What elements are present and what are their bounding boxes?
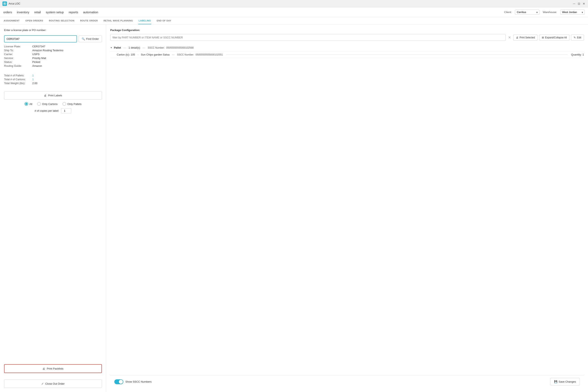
total-weight-label: Total Weight (lbs): [4, 82, 30, 85]
service-value: Priority Mail [32, 56, 102, 60]
package-config-label: Package Configuration: [110, 28, 584, 32]
total-cartons-value[interactable]: 1 [32, 78, 102, 81]
nav-orders[interactable]: orders [3, 10, 12, 14]
close-out-order-button[interactable]: ✓ Close Out Order [4, 380, 102, 388]
pallet-sscc-value: 05055555555000102568 [166, 46, 193, 49]
totals-grid: Total # of Pallets: 1 Total # of Cartons… [4, 74, 102, 85]
right-panel: Package Configuration: ✕ 🖨 Print Selecte… [106, 24, 588, 392]
nav-reports[interactable]: reports [68, 10, 78, 14]
sub-nav: ASSIGNMENT OPEN ORDERS ROUTING SELECTION… [0, 17, 588, 24]
ship-to-label: Ship To: [4, 49, 30, 52]
pallet-detail-count: 1 detail(s) [128, 46, 140, 49]
subnav-retail-wave-planning[interactable]: RETAIL WAVE PLANNING [103, 17, 133, 24]
print-selected-button[interactable]: 🖨 Print Selected [513, 34, 538, 41]
spacer [4, 116, 102, 362]
expand-collapse-button[interactable]: ⊞ Expand/Collapse All [539, 34, 570, 41]
carton-name: Sun Chips garden Salsa [141, 53, 170, 56]
save-changes-button[interactable]: 💾 Save Changes [550, 378, 580, 386]
lp-input[interactable] [4, 35, 77, 42]
subnav-open-orders[interactable]: OPEN ORDERS [25, 17, 44, 24]
copies-row: # of copies per label: [4, 108, 102, 113]
warehouse-label: Warehouse: [543, 10, 557, 14]
license-plate-label: License Plate: [4, 45, 30, 48]
package-tree: ▼ Pallet — 1 detail(s) — SSCC Number: 05… [110, 44, 584, 375]
service-label: Service: [4, 56, 30, 60]
pallet-sep2: — [143, 46, 145, 49]
pallet-label: Pallet [114, 46, 121, 49]
license-plate-value: CER37347 [32, 45, 102, 48]
edit-button[interactable]: ✎ Edit [571, 34, 584, 41]
filter-row: ✕ 🖨 Print Selected ⊞ Expand/Collapse All… [110, 34, 584, 41]
print-packlists-icon: 🖨 [42, 367, 45, 370]
radio-all-circle [24, 102, 28, 106]
close-button[interactable]: ✕ [582, 2, 586, 5]
carton-sscc-value: 05055555555000102551 [196, 53, 223, 56]
total-pallets-label: Total # of Pallets: [4, 74, 30, 77]
status-label: Status: [4, 60, 30, 64]
subnav-end-of-day[interactable]: END OF DAY [156, 17, 172, 24]
subnav-routing-selection[interactable]: ROUTING SELECTION [48, 17, 75, 24]
nav-inventory[interactable]: inventory [17, 10, 30, 14]
app-title: Arca LOC [8, 2, 20, 5]
edit-icon: ✎ [574, 36, 576, 39]
total-pallets-value[interactable]: 1 [32, 74, 102, 77]
print-selected-icon: 🖨 [516, 36, 518, 39]
maximize-button[interactable]: ⊡ [578, 2, 581, 5]
print-packlists-button[interactable]: 🖨 Print Packlists [4, 364, 102, 373]
carrier-label: Carrier: [4, 53, 30, 56]
radio-only-cartons-circle [37, 102, 41, 106]
subnav-assignment[interactable]: ASSIGNMENT [3, 17, 20, 24]
warehouse-select[interactable]: West Jordan [560, 10, 585, 15]
find-order-button[interactable]: 🔍 Find Order [78, 36, 102, 42]
nav-right: Client: Cerritus Warehouse: West Jordan [504, 10, 585, 15]
main-content: Enter a license plate or PO number: 🔍 Fi… [0, 24, 588, 392]
pallet-sep1: — [124, 46, 126, 49]
title-bar-left: Arca LOC [2, 2, 20, 6]
radio-only-cartons[interactable]: Only Cartons [37, 102, 58, 106]
client-select[interactable]: Cerritus [515, 10, 540, 15]
show-sscc-toggle[interactable] [114, 379, 123, 384]
check-icon: ✓ [42, 382, 44, 385]
minimize-button[interactable]: ─ [572, 2, 576, 5]
carton-quantity: Quantity: 1 [571, 53, 584, 56]
radio-all[interactable]: All [24, 102, 32, 106]
main-nav: orders inventory retail system setup rep… [0, 7, 588, 17]
carton-separator-line [226, 54, 568, 55]
carton-id-label: Carton (ic): 105 [117, 53, 135, 56]
pallet-sscc-label: SSCC Number: [148, 46, 165, 49]
total-cartons-label: Total # of Cartons: [4, 78, 30, 81]
clear-filter-button[interactable]: ✕ [507, 36, 512, 40]
save-icon: 💾 [554, 380, 558, 383]
title-bar: Arca LOC ─ ⊡ ✕ [0, 0, 588, 7]
carton-row: Carton (ic): 105 - Sun Chips garden Sals… [110, 52, 584, 58]
print-labels-button[interactable]: 🖨 Print Labels [4, 91, 102, 100]
order-info-grid: License Plate: CER37347 Ship To: Amazon … [4, 45, 102, 68]
carrier-value: USPS [32, 53, 102, 56]
warehouse-select-wrapper: West Jordan [560, 10, 585, 15]
pallet-row[interactable]: ▼ Pallet — 1 detail(s) — SSCC Number: 05… [110, 44, 584, 52]
client-label: Client: [504, 10, 512, 14]
expand-collapse-icon: ⊞ [542, 36, 544, 39]
radio-only-pallets[interactable]: Only Pallets [62, 102, 82, 106]
copies-input[interactable] [61, 108, 71, 113]
routing-guide-value: Amazon [32, 64, 102, 68]
nav-retail[interactable]: retail [34, 10, 41, 14]
carton-sep2: — [172, 53, 174, 56]
print-type-radio-row: All Only Cartons Only Pallets [4, 102, 102, 106]
nav-system-setup[interactable]: system setup [46, 10, 64, 14]
radio-all-dot [25, 103, 27, 105]
title-bar-controls: ─ ⊡ ✕ [572, 2, 586, 5]
search-icon: 🔍 [82, 37, 85, 40]
routing-guide-label: Routing Guide: [4, 64, 30, 68]
toggle-knob [119, 380, 123, 384]
input-section-label: Enter a license plate or PO number: [4, 28, 102, 32]
ship-to-value: Amazon Routing Testerino [32, 49, 102, 52]
subnav-route-order[interactable]: ROUTE ORDER [80, 17, 98, 24]
subnav-labeling[interactable]: LABELING [138, 17, 151, 24]
nav-links: orders inventory retail system setup rep… [3, 10, 98, 14]
nav-automation[interactable]: automation [83, 10, 98, 14]
print-labels-icon: 🖨 [44, 94, 46, 97]
show-sscc-toggle-row: Show SSCC Numbers [114, 379, 152, 384]
bottom-bar: Show SSCC Numbers 💾 Save Changes [110, 375, 584, 388]
filter-input[interactable] [110, 34, 506, 41]
